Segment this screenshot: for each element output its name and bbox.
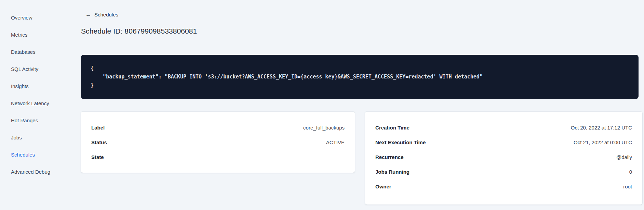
page-title: Schedule ID: 806799098533806081: [81, 27, 643, 35]
detail-value: Oct 20, 2022 at 17:12 UTC: [571, 125, 632, 131]
sidebar-item-schedules[interactable]: Schedules: [0, 146, 81, 163]
sidebar: Overview Metrics Databases SQL Activity …: [0, 0, 81, 210]
detail-row: Next Execution Time Oct 21, 2022 at 0:00…: [375, 135, 632, 150]
sidebar-item-databases[interactable]: Databases: [0, 43, 81, 60]
app: Overview Metrics Databases SQL Activity …: [0, 0, 644, 210]
detail-row: Jobs Running 0: [375, 164, 632, 179]
breadcrumb-label: Schedules: [94, 12, 118, 17]
schedule-timing-card: Creation Time Oct 20, 2022 at 17:12 UTC …: [365, 112, 642, 205]
code-line: {: [91, 64, 629, 73]
schedule-summary-card: Label core_full_backups Status ACTIVE St…: [81, 112, 355, 173]
sidebar-item-metrics[interactable]: Metrics: [0, 26, 81, 43]
detail-label: Next Execution Time: [375, 139, 426, 145]
detail-label: Status: [91, 139, 107, 145]
schedule-definition-code-block: { "backup_statement": "BACKUP INTO 's3:/…: [81, 55, 639, 99]
detail-row: Creation Time Oct 20, 2022 at 17:12 UTC: [375, 120, 632, 135]
breadcrumb-back-link[interactable]: ← Schedules: [85, 12, 118, 17]
detail-row: Recurrence @daily: [375, 150, 632, 164]
summary-cards-row: Label core_full_backups Status ACTIVE St…: [81, 112, 643, 205]
detail-label: Jobs Running: [375, 169, 410, 175]
detail-row: Owner root: [375, 179, 632, 194]
detail-label: State: [91, 154, 104, 160]
detail-value: ACTIVE: [326, 139, 345, 145]
detail-value: root: [623, 184, 632, 189]
main-content: ← Schedules Schedule ID: 806799098533806…: [81, 0, 643, 210]
sidebar-item-hot-ranges[interactable]: Hot Ranges: [0, 112, 81, 129]
code-line: "backup_statement": "BACKUP INTO 's3://b…: [91, 73, 629, 81]
detail-value: @daily: [616, 154, 632, 160]
detail-label: Label: [91, 125, 105, 131]
detail-value: 0: [629, 169, 632, 175]
sidebar-item-jobs[interactable]: Jobs: [0, 129, 81, 146]
detail-row: Label core_full_backups: [91, 120, 345, 135]
sidebar-item-insights[interactable]: Insights: [0, 77, 81, 95]
detail-label: Creation Time: [375, 125, 410, 131]
detail-row: State: [91, 150, 345, 164]
sidebar-item-advanced-debug[interactable]: Advanced Debug: [0, 163, 81, 180]
code-line: }: [91, 81, 629, 90]
detail-value: core_full_backups: [303, 125, 345, 131]
sidebar-item-network-latency[interactable]: Network Latency: [0, 95, 81, 112]
detail-row: Status ACTIVE: [91, 135, 345, 150]
detail-label: Recurrence: [375, 154, 404, 160]
sidebar-item-sql-activity[interactable]: SQL Activity: [0, 60, 81, 77]
detail-label: Owner: [375, 184, 391, 189]
schedule-details-page: { "sidebar": { "items": [ {"label": "Ove…: [0, 0, 644, 210]
detail-value: Oct 21, 2022 at 0:00 UTC: [574, 139, 632, 145]
back-arrow-icon: ←: [85, 12, 91, 17]
sidebar-item-overview[interactable]: Overview: [0, 9, 81, 26]
